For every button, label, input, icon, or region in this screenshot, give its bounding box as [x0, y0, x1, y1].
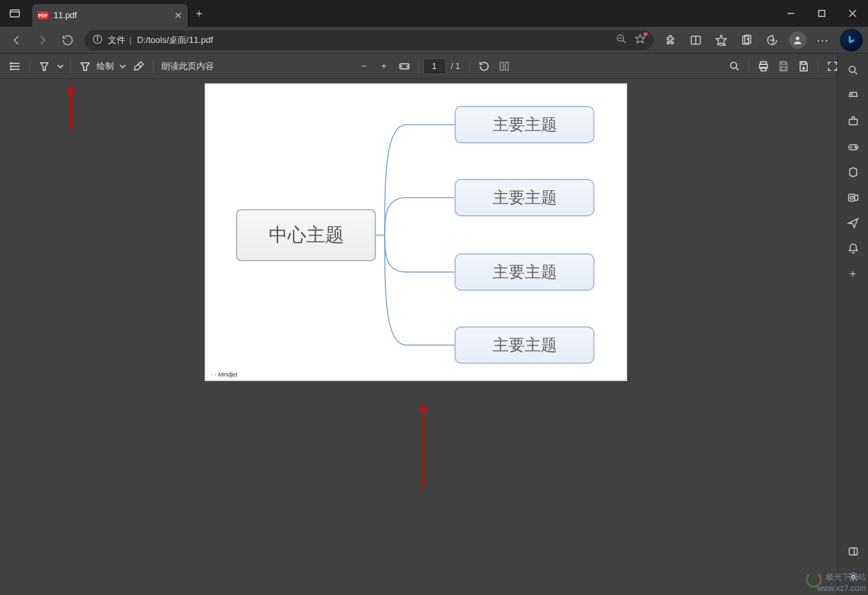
- svg-rect-31: [505, 62, 509, 70]
- pdf-file-icon: PDF: [38, 11, 48, 19]
- svg-rect-39: [802, 62, 806, 64]
- sidebar-outlook-icon[interactable]: [840, 185, 867, 210]
- collections-button[interactable]: [734, 28, 759, 52]
- site-info-icon[interactable]: [92, 34, 103, 46]
- address-bar-row: 文件 | D:/tools/桌面/11.pdf ⋯: [0, 27, 868, 54]
- save-as-button[interactable]: [794, 56, 814, 76]
- page-controls: − + / 1: [354, 56, 514, 76]
- svg-point-49: [855, 147, 857, 149]
- sidebar-notification-icon[interactable]: [840, 236, 867, 261]
- draw-label[interactable]: 绘制: [95, 60, 117, 72]
- address-bar[interactable]: 文件 | D:/tools/桌面/11.pdf: [84, 30, 654, 50]
- separator: [70, 60, 71, 73]
- mindmap-center-node: 中心主题: [236, 209, 376, 261]
- watermark: 极光下载站 www.xz7.com: [806, 572, 866, 593]
- favorites-button[interactable]: [708, 28, 734, 52]
- browser-tab[interactable]: PDF 11.pdf ✕: [32, 4, 188, 27]
- sidebar-shopping-icon[interactable]: [840, 83, 867, 109]
- mindmap-sub-node: 主要主题: [454, 106, 595, 143]
- extensions-button[interactable]: [658, 28, 683, 52]
- favorite-icon[interactable]: [635, 34, 645, 46]
- svg-point-27: [11, 68, 12, 70]
- edge-sidebar: +: [837, 54, 868, 595]
- separator: [469, 60, 470, 73]
- zoom-out-button[interactable]: −: [354, 56, 374, 76]
- annotation-arrow-2: [422, 410, 424, 489]
- mindmap-sub-node: 主要主题: [454, 253, 595, 291]
- title-bar: PDF 11.pdf ✕ ＋: [0, 0, 868, 27]
- highlight-button[interactable]: [34, 56, 54, 76]
- contents-button[interactable]: [5, 56, 25, 76]
- svg-line-33: [736, 68, 739, 70]
- more-button[interactable]: ⋯: [810, 28, 836, 52]
- svg-rect-53: [849, 548, 857, 555]
- svg-marker-15: [717, 35, 727, 44]
- zoom-indicator-icon[interactable]: [616, 34, 627, 46]
- ie-mode-button[interactable]: [759, 28, 785, 52]
- mindmap-sub-node: 主要主题: [454, 326, 595, 364]
- svg-rect-50: [849, 194, 855, 202]
- sidebar-tools-icon[interactable]: [840, 109, 867, 134]
- annotation-arrow-1: [70, 91, 71, 130]
- sidebar-games-icon[interactable]: [840, 134, 867, 159]
- svg-point-21: [796, 36, 799, 40]
- pdf-toolbar: 绘制 朗读此页内容 − + / 1: [0, 54, 868, 79]
- page-view-button[interactable]: [494, 56, 514, 76]
- print-button[interactable]: [753, 56, 773, 76]
- draw-icon[interactable]: [75, 56, 95, 76]
- addrbar-right-buttons: ⋯: [658, 28, 864, 52]
- svg-point-32: [731, 62, 737, 68]
- svg-rect-38: [782, 66, 786, 70]
- highlight-dropdown[interactable]: [54, 56, 66, 76]
- sidebar-add-icon[interactable]: +: [840, 261, 867, 287]
- svg-point-43: [851, 94, 853, 95]
- pdf-page-footer: - - Mindjet: [210, 371, 237, 378]
- tab-actions-button[interactable]: [0, 0, 29, 27]
- separator: [153, 60, 153, 73]
- bing-chat-button[interactable]: [840, 29, 863, 52]
- svg-line-10: [623, 40, 625, 43]
- pdf-viewport[interactable]: 中心主题 主要主题 主要主题 主要主题 主要主题 - - Mindjet: [0, 79, 837, 595]
- fit-width-button[interactable]: [394, 56, 414, 76]
- rotate-button[interactable]: [474, 56, 494, 76]
- page-number-input[interactable]: [423, 58, 446, 74]
- watermark-text-1: 极光下载站: [826, 572, 866, 582]
- sidebar-search-icon[interactable]: [840, 58, 867, 83]
- profile-button[interactable]: [789, 31, 806, 49]
- erase-button[interactable]: [129, 56, 149, 76]
- separator: [818, 60, 818, 73]
- svg-rect-3: [819, 11, 825, 17]
- sidebar-collapse-icon[interactable]: [840, 539, 867, 564]
- separator: [29, 60, 30, 73]
- separator: [749, 60, 749, 73]
- page-total-label: / 1: [451, 62, 460, 71]
- pdf-page: 中心主题 主要主题 主要主题 主要主题 主要主题 - - Mindjet: [204, 83, 627, 381]
- draw-dropdown[interactable]: [117, 56, 129, 76]
- svg-point-51: [850, 196, 853, 200]
- forward-button[interactable]: [29, 28, 55, 52]
- save-button[interactable]: [773, 56, 794, 76]
- maximize-button[interactable]: [806, 0, 837, 27]
- url-path: D:/tools/桌面/11.pdf: [137, 34, 212, 46]
- split-screen-button[interactable]: [683, 28, 708, 52]
- svg-line-42: [855, 72, 857, 74]
- svg-rect-30: [500, 62, 503, 70]
- svg-line-28: [138, 64, 141, 68]
- sidebar-send-icon[interactable]: [840, 210, 867, 236]
- minimize-button[interactable]: [776, 0, 806, 27]
- close-tab-button[interactable]: ✕: [174, 10, 182, 21]
- mindmap-sub-node: 主要主题: [454, 179, 595, 216]
- svg-point-26: [11, 66, 12, 67]
- find-button[interactable]: [725, 56, 745, 76]
- sidebar-office-icon[interactable]: [840, 159, 867, 185]
- zoom-in-button[interactable]: +: [374, 56, 394, 76]
- refresh-button[interactable]: [55, 28, 80, 52]
- read-aloud-button[interactable]: 朗读此页内容: [158, 60, 218, 72]
- svg-rect-52: [855, 195, 858, 200]
- back-button[interactable]: [4, 28, 29, 52]
- separator: [418, 60, 419, 73]
- watermark-text-2: www.xz7.com: [817, 584, 866, 593]
- close-window-button[interactable]: [837, 0, 868, 27]
- new-tab-button[interactable]: ＋: [188, 2, 210, 25]
- svg-rect-44: [849, 119, 857, 125]
